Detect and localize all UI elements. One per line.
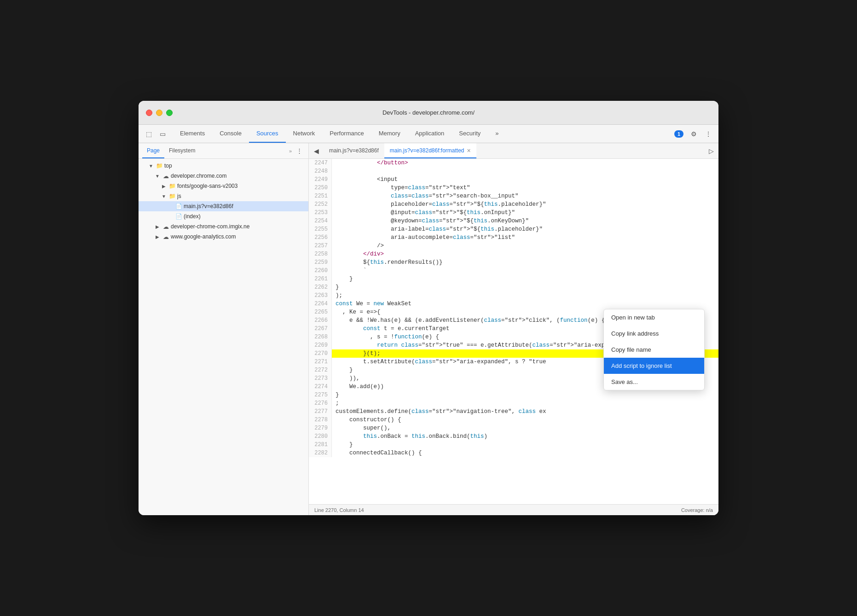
toolbar-right: 1 ⚙ ⋮ (672, 128, 715, 140)
close-button[interactable] (146, 110, 152, 116)
code-row: 2254 @keydown=class="str">"${this.onKeyD… (309, 217, 718, 225)
minimize-button[interactable] (156, 110, 162, 116)
editor-tab-main-js[interactable]: main.js?v=e382d86f (324, 143, 384, 158)
line-number: 2277 (309, 407, 332, 416)
line-content: class=class="str">"search-box__input" (332, 192, 718, 200)
tab-network[interactable]: Network (286, 125, 323, 143)
line-number: 2271 (309, 358, 332, 366)
tab-sources[interactable]: Sources (249, 125, 286, 143)
tree-item-main-js[interactable]: 📄 main.js?v=e382d86f (139, 201, 308, 211)
code-row: 2260 ` (309, 267, 718, 275)
status-bar: Line 2270, Column 14 Coverage: n/a (309, 504, 718, 515)
line-number: 2269 (309, 341, 332, 349)
line-number: 2249 (309, 175, 332, 184)
line-number: 2267 (309, 325, 332, 333)
code-row: 2248 (309, 167, 718, 175)
tree-label-top: top (164, 163, 172, 169)
main-content: Page Filesystem » ⋮ ▼ 📁 top ▼ developer.… (139, 143, 718, 515)
feedback-badge: 1 (674, 130, 683, 138)
close-tab-icon[interactable]: × (467, 147, 471, 154)
cloud-icon-3 (162, 233, 169, 240)
context-menu-item-open-tab[interactable]: Open in new tab (604, 309, 704, 325)
line-number: 2270 (309, 349, 332, 358)
line-content (332, 167, 718, 175)
traffic-lights (146, 110, 173, 116)
sidebar-menu-button[interactable]: ⋮ (294, 145, 305, 157)
tab-application[interactable]: Application (408, 125, 452, 143)
context-menu-item-save-as[interactable]: Save as... (604, 374, 704, 390)
line-number: 2248 (309, 167, 332, 175)
code-row: 2279 super(), (309, 424, 718, 432)
code-row: 2258 </div> (309, 250, 718, 258)
line-content: } (332, 275, 718, 283)
tree-item-top[interactable]: ▼ 📁 top (139, 161, 308, 171)
coverage-status: Coverage: n/a (681, 507, 713, 513)
line-content: ); (332, 291, 718, 300)
more-options-button[interactable]: ⋮ (702, 128, 715, 140)
line-number: 2282 (309, 449, 332, 457)
tab-console[interactable]: Console (212, 125, 249, 143)
maximize-button[interactable] (166, 110, 173, 116)
arrow-right-icon: ▶ (161, 183, 167, 189)
sidebar: Page Filesystem » ⋮ ▼ 📁 top ▼ developer.… (139, 143, 309, 515)
tab-security[interactable]: Security (452, 125, 488, 143)
settings-button[interactable]: ⚙ (687, 128, 700, 140)
editor-tab-main-js-formatted[interactable]: main.js?v=e382d86f:formatted × (384, 143, 476, 158)
line-number: 2264 (309, 300, 332, 308)
code-row: 2281 } (309, 441, 718, 449)
tree-label-js: js (177, 193, 181, 199)
tree-label-main-js: main.js?v=e382d86f (184, 203, 233, 209)
code-row: 2264const We = new WeakSet (309, 300, 718, 308)
devtools-tabs: Elements Console Sources Network Perform… (173, 125, 672, 143)
line-content: } (332, 441, 718, 449)
tab-back-button[interactable]: ◀ (311, 145, 322, 157)
line-content: /> (332, 242, 718, 250)
collapse-sidebar-button[interactable]: ▷ (706, 145, 717, 157)
folder-blue-icon: 📁 (168, 182, 176, 190)
code-row: 2252 placeholder=class="str">"${this.pla… (309, 200, 718, 209)
tab-elements[interactable]: Elements (173, 125, 212, 143)
tree-item-fonts[interactable]: ▶ 📁 fonts/google-sans-v2003 (139, 181, 308, 191)
context-menu-item-copy-filename[interactable]: Copy file name (604, 342, 704, 358)
tree-label-index: (index) (184, 213, 201, 220)
inspect-element-button[interactable]: ⬚ (142, 128, 155, 140)
tree-label-developer-chrome: developer.chrome.com (171, 173, 226, 179)
tab-memory[interactable]: Memory (371, 125, 408, 143)
no-arrow-2 (167, 213, 174, 220)
tree-item-developer-chrome[interactable]: ▼ developer.chrome.com (139, 171, 308, 181)
tree-label-analytics: www.google-analytics.com (171, 233, 236, 240)
line-number: 2275 (309, 391, 332, 399)
context-menu-item-ignore[interactable]: Add script to ignore list (604, 358, 704, 374)
line-number: 2268 (309, 333, 332, 341)
tree-item-imgix[interactable]: ▶ developer-chrome-com.imgix.ne (139, 221, 308, 232)
line-content: ${this.renderResults()} (332, 258, 718, 267)
sidebar-tab-page[interactable]: Page (142, 143, 164, 158)
line-number: 2258 (309, 250, 332, 258)
line-content: constructor() { (332, 416, 718, 424)
line-number: 2266 (309, 316, 332, 325)
feedback-button[interactable]: 1 (672, 128, 685, 140)
tree-item-index[interactable]: 📄 (index) (139, 211, 308, 221)
code-row: 2249 <input (309, 175, 718, 184)
sidebar-tabs: Page Filesystem » ⋮ (139, 143, 308, 159)
title-bar: DevTools - developer.chrome.com/ (139, 101, 718, 125)
line-number: 2259 (309, 258, 332, 267)
code-row: 2278 constructor() { (309, 416, 718, 424)
device-toggle-button[interactable]: ▭ (156, 128, 169, 140)
line-content: } (332, 283, 718, 291)
line-number: 2272 (309, 366, 332, 374)
tree-item-js[interactable]: ▼ 📁 js (139, 191, 308, 201)
line-number: 2276 (309, 399, 332, 407)
context-menu-item-copy-link[interactable]: Copy link address (604, 325, 704, 342)
tab-more[interactable]: » (488, 125, 506, 143)
tree-item-analytics[interactable]: ▶ www.google-analytics.com (139, 232, 308, 242)
line-content: type=class="str">"text" (332, 184, 718, 192)
code-row: 2277customElements.define(class="str">"n… (309, 407, 718, 416)
sidebar-tab-filesystem[interactable]: Filesystem (164, 143, 200, 158)
code-row: 2253 @input=class="str">"${this.onInput}… (309, 209, 718, 217)
sidebar-more[interactable]: » (287, 148, 294, 154)
code-row: 2282 connectedCallback() { (309, 449, 718, 457)
line-content: <input (332, 175, 718, 184)
devtools-toolbar: ⬚ ▭ Elements Console Sources Network Per… (139, 125, 718, 143)
tab-performance[interactable]: Performance (322, 125, 371, 143)
